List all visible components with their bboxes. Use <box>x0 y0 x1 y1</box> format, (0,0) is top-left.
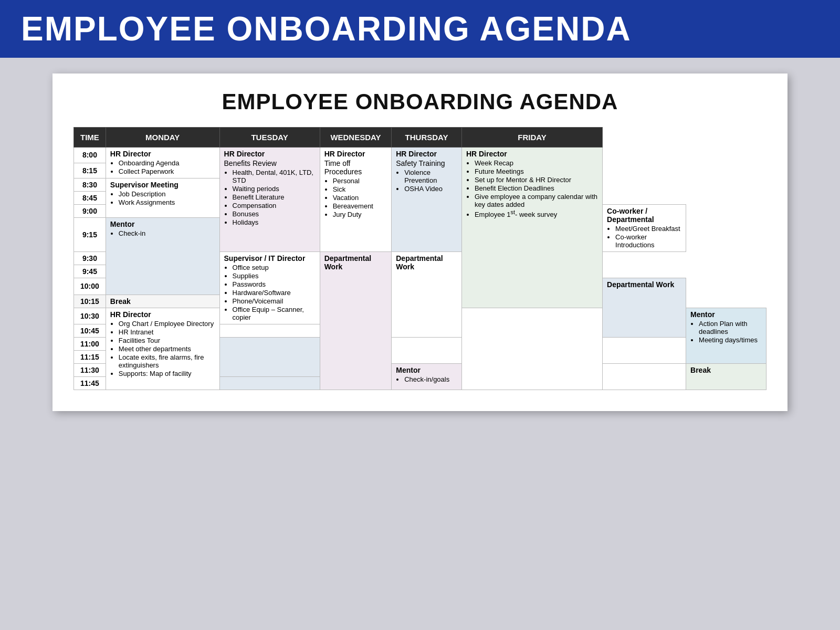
thursday-empty <box>219 338 320 377</box>
time-830: 8:30 <box>74 178 106 192</box>
top-banner: EMPLOYEE ONBOARDING AGENDA <box>0 0 840 58</box>
header-tuesday: TUESDAY <box>219 128 320 148</box>
tuesday-hr-director: HR Director Benefits Review Health, Dent… <box>219 148 320 252</box>
wednesday-departmental-work-2 <box>461 308 602 390</box>
wednesday-departmental-work: Departmental Work <box>392 252 462 338</box>
header-monday: MONDAY <box>106 128 219 148</box>
monday-hr-director: HR Director Onboarding Agenda Collect Pa… <box>106 148 219 178</box>
time-845: 8:45 <box>74 192 106 205</box>
thursday-departmental-work: Departmental Work <box>603 278 686 338</box>
friday-hr-director: HR Director Week Recap Future Meetings S… <box>461 148 602 308</box>
header-time: TIME <box>74 128 106 148</box>
thursday-hr-director: HR Director Safety Training Violence Pre… <box>392 148 462 252</box>
wednesday-hr-director: HR Director Time off Procedures Personal… <box>320 148 392 252</box>
time-1100: 11:00 <box>74 338 106 351</box>
time-815: 8:15 <box>74 163 106 178</box>
time-1030: 10:30 <box>74 308 106 324</box>
table-row: 8:00 HR Director Onboarding Agenda Colle… <box>74 148 766 163</box>
tuesday-mentor: Mentor Check-in/goals <box>392 364 462 390</box>
monday-break-1015: Break <box>106 295 219 308</box>
header-wednesday: WEDNESDAY <box>320 128 392 148</box>
header-friday: FRIDAY <box>461 128 602 148</box>
banner-title: EMPLOYEE ONBOARDING AGENDA <box>21 10 632 48</box>
tuesday-departmental-work: Departmental Work <box>320 252 392 390</box>
doc-title: EMPLOYEE ONBOARDING AGENDA <box>74 89 766 114</box>
monday-supervisor-it: Supervisor / IT Director Office setup Su… <box>219 252 320 324</box>
time-800: 8:00 <box>74 148 106 163</box>
monday-supervisor-meeting: Supervisor Meeting Job Description Work … <box>106 178 219 218</box>
time-945: 9:45 <box>74 265 106 278</box>
document: EMPLOYEE ONBOARDING AGENDA TIME MONDAY T… <box>52 74 788 411</box>
time-1115: 11:15 <box>74 351 106 364</box>
page-content: EMPLOYEE ONBOARDING AGENDA TIME MONDAY T… <box>0 58 840 630</box>
agenda-table: TIME MONDAY TUESDAY WEDNESDAY THURSDAY F… <box>74 127 766 390</box>
monday-hr-director-2: HR Director Org Chart / Employee Directo… <box>106 308 219 390</box>
monday-coworker: Co-worker / Departmental Meet/Greet Brea… <box>603 205 686 252</box>
time-930: 9:30 <box>74 252 106 265</box>
friday-break-end: Break <box>686 364 766 390</box>
time-1015: 10:15 <box>74 295 106 308</box>
time-1130: 11:30 <box>74 364 106 377</box>
time-900: 9:00 <box>74 205 106 218</box>
wednesday-empty-1130 <box>603 364 686 390</box>
thursday-empty-1145 <box>219 377 320 390</box>
friday-mentor: Mentor Action Plan with deadlines Meetin… <box>686 308 766 364</box>
time-1145: 11:45 <box>74 377 106 390</box>
time-915: 9:15 <box>74 218 106 252</box>
header-thursday: THURSDAY <box>392 128 462 148</box>
thursday-mentor-checkin: Mentor Check-in <box>106 218 219 295</box>
time-1000: 10:00 <box>74 278 106 295</box>
time-1045: 10:45 <box>74 324 106 338</box>
